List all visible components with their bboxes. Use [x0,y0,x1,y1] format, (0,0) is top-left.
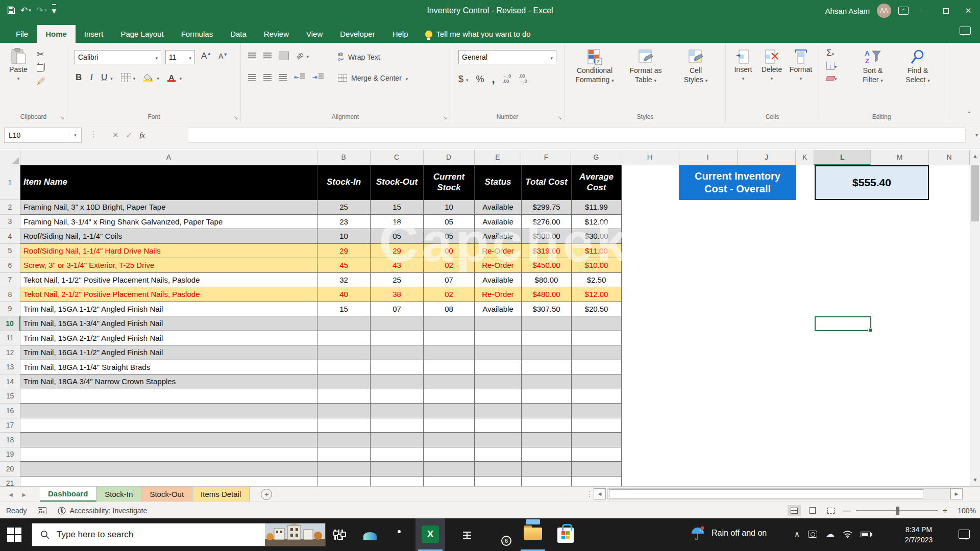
horizontal-scrollbar[interactable] [607,488,950,499]
cell-F10[interactable] [522,316,572,331]
decrease-decimal-icon[interactable]: .00→.0 [519,74,527,84]
cell-G1[interactable]: Average Cost [572,165,622,200]
paste-button[interactable]: Paste [5,48,32,82]
format-cells-button[interactable]: Format [786,49,816,82]
cell-G3[interactable]: $12.00 [572,215,622,230]
row-header-16[interactable]: 16 [0,404,20,418]
borders-icon[interactable] [121,73,131,82]
cell-B3[interactable]: 23 [317,215,371,230]
number-format-select[interactable]: General [458,50,556,64]
formula-input[interactable] [188,128,966,143]
cell-A16[interactable] [20,404,317,418]
delete-cells-button[interactable]: Delete [757,49,786,82]
cell-G9[interactable]: $20.50 [572,302,622,317]
cell-G12[interactable] [572,345,622,360]
sort-filter-button[interactable]: AZ Sort &Filter [851,49,895,84]
row-header-17[interactable]: 17 [0,418,20,433]
cell-G17[interactable] [572,418,622,433]
cell-F20[interactable] [522,462,572,477]
column-header-D[interactable]: D [424,150,475,165]
cell-G5[interactable]: $11.00 [572,244,622,259]
cell-D8[interactable]: 02 [424,287,475,302]
cell-F21[interactable] [522,477,572,487]
ribbon-display-options-icon[interactable]: ⌃ [898,7,909,15]
cell-C4[interactable]: 05 [371,229,424,244]
row-header-1[interactable]: 1 [0,165,20,200]
cell-C21[interactable] [371,477,424,487]
cell-F18[interactable] [522,433,572,447]
increase-decimal-icon[interactable]: ←.0.00 [503,74,511,84]
cell-B4[interactable]: 10 [317,229,371,244]
cell-F1[interactable]: Total Cost [522,165,572,200]
maximize-button[interactable] [938,7,953,15]
cell-F13[interactable] [522,360,572,375]
page-layout-view-icon[interactable] [806,505,819,516]
row-header-4[interactable]: 4 [0,229,20,244]
new-sheet-icon[interactable]: + [261,489,272,500]
cell-E5[interactable]: Re-Order [475,244,522,259]
cell-B6[interactable]: 45 [317,258,371,273]
cell-A21[interactable] [20,477,317,487]
battery-icon[interactable] [861,532,871,537]
tab-developer[interactable]: Developer [331,25,383,43]
row-header-3[interactable]: 3 [0,215,20,230]
cell-F17[interactable] [522,418,572,433]
cell-A13[interactable]: Trim Nail, 18GA 1-1/4" Straight Brads [20,360,317,375]
row-header-9[interactable]: 9 [0,302,20,317]
zoom-slider-thumb[interactable] [896,507,899,515]
format-painter-icon[interactable]: 🖉 [37,77,45,87]
comma-style-icon[interactable]: , [492,72,495,86]
cell-F19[interactable] [522,447,572,462]
column-header-K[interactable]: K [796,150,814,165]
cell-B17[interactable] [317,418,371,433]
percent-style-icon[interactable]: % [476,74,484,85]
cell-D17[interactable] [424,418,475,433]
cell-E21[interactable] [475,477,522,487]
cell-D6[interactable]: 02 [424,258,475,273]
cell-A20[interactable] [20,462,317,477]
cell-D13[interactable] [424,360,475,375]
row-header-6[interactable]: 6 [0,258,20,273]
sheet-nav-left-icon[interactable]: ◀ [4,487,17,502]
taskbar-outlook-icon[interactable]: 6 [489,525,507,544]
cell-F2[interactable]: $299.75 [522,200,572,215]
column-header-I[interactable]: I [678,150,738,165]
column-header-C[interactable]: C [371,150,424,165]
cell-E17[interactable] [475,418,522,433]
cut-icon[interactable]: ✂ [37,49,45,60]
cell-G21[interactable] [572,477,622,487]
cell-B16[interactable] [317,404,371,418]
align-middle-icon[interactable] [263,53,272,59]
cell-C12[interactable] [371,345,424,360]
row-header-5[interactable]: 5 [0,244,20,259]
cell-E20[interactable] [475,462,522,477]
cell-G2[interactable]: $11.99 [572,200,622,215]
font-dialog-launcher-icon[interactable]: ↘ [234,115,238,120]
hscroll-left-icon[interactable]: ◀ [594,488,606,499]
select-all-corner[interactable] [0,150,20,165]
name-box-dropdown-icon[interactable]: ▾ [69,133,81,138]
cell-E3[interactable]: Available [475,215,522,230]
cell-F11[interactable] [522,331,572,346]
cell-G6[interactable]: $10.00 [572,258,622,273]
wrap-text-button[interactable]: abc↵ Wrap Text [338,52,380,62]
column-header-H[interactable]: H [621,150,678,165]
cell-D9[interactable]: 08 [424,302,475,317]
cell-A9[interactable]: Trim Nail, 15GA 1-1/2" Angled Finish Nai… [20,302,317,317]
cell-F15[interactable] [522,389,572,404]
normal-view-icon[interactable] [788,505,801,516]
cell-E2[interactable]: Available [475,200,522,215]
tab-insert[interactable]: Insert [76,25,112,43]
tab-formulas[interactable]: Formulas [173,25,222,43]
start-button[interactable] [7,528,21,542]
row-header-10[interactable]: 10 [0,316,20,331]
cell-A10[interactable]: Trim Nail, 15GA 1-3/4" Angled Finish Nai… [20,316,317,331]
cell-F4[interactable]: $300.00 [522,229,572,244]
enter-formula-icon[interactable]: ✓ [126,131,133,140]
fill-icon[interactable]: ↓ [826,62,837,70]
shrink-font-icon[interactable]: A▼ [218,52,228,60]
page-break-preview-icon[interactable] [824,505,838,516]
cell-E4[interactable]: Available [475,229,522,244]
cell-A1[interactable]: Item Name [20,165,317,200]
find-select-button[interactable]: Find &Select [896,49,940,84]
